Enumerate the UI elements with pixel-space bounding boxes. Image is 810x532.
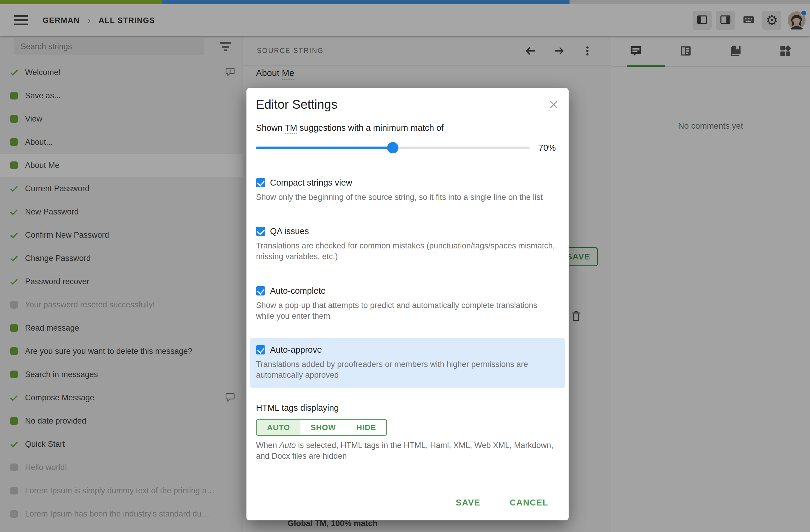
note-auto-em: Auto <box>279 441 296 450</box>
checkbox-row[interactable]: Auto-complete <box>256 286 559 296</box>
modal-cancel-button[interactable]: CANCEL <box>508 494 550 512</box>
checkbox[interactable] <box>256 178 265 187</box>
modal-title: Editor Settings <box>256 97 337 112</box>
checkbox[interactable] <box>256 227 265 236</box>
option-description: Show a pop-up that attempts to predict a… <box>256 300 555 321</box>
option-description: Show only the beginning of the source st… <box>256 192 555 202</box>
slider-thumb[interactable] <box>387 142 399 153</box>
checkbox[interactable] <box>256 286 265 296</box>
option-auto-approve: Auto-approveTranslations added by proofr… <box>250 338 565 388</box>
checkbox-label: Auto-approve <box>270 345 322 355</box>
html-tags-option-show[interactable]: SHOW <box>300 420 346 435</box>
checkbox-row[interactable]: Compact strings view <box>256 178 559 188</box>
option-auto-complete: Auto-completeShow a pop-up that attempts… <box>256 286 559 321</box>
html-tags-label: HTML tags displaying <box>256 403 339 413</box>
checkbox[interactable] <box>256 345 265 354</box>
tm-match-slider[interactable] <box>256 141 530 154</box>
tm-suggestions-label: Shown TM suggestions with a minimum matc… <box>256 123 444 133</box>
checkbox-label: QA issues <box>270 227 309 236</box>
close-icon[interactable] <box>548 99 560 111</box>
option-description: Translations added by proofreaders or me… <box>256 359 555 380</box>
option-compact-strings-view: Compact strings viewShow only the beginn… <box>256 178 559 202</box>
checkbox-label: Compact strings view <box>270 178 352 188</box>
option-qa-issues: QA issuesTranslations are checked for co… <box>256 227 559 262</box>
tm-abbr[interactable]: TM <box>285 123 297 134</box>
html-tags-note: When Auto is selected, HTML tags in the … <box>256 440 554 461</box>
slider-value: 70% <box>538 143 556 153</box>
html-tags-option-hide[interactable]: HIDE <box>346 420 386 435</box>
checkbox-row[interactable]: QA issues <box>256 227 559 236</box>
html-tags-segmented-control: AUTOSHOWHIDE <box>256 419 387 436</box>
checkbox-label: Auto-complete <box>270 286 326 296</box>
editor-settings-modal: Editor Settings Shown TM suggestions wit… <box>246 88 569 520</box>
option-description: Translations are checked for common mist… <box>256 240 555 262</box>
checkbox-row[interactable]: Auto-approve <box>256 345 559 355</box>
html-tags-option-auto[interactable]: AUTO <box>257 420 300 435</box>
slider-fill <box>256 147 393 149</box>
modal-save-button[interactable]: SAVE <box>454 494 482 512</box>
